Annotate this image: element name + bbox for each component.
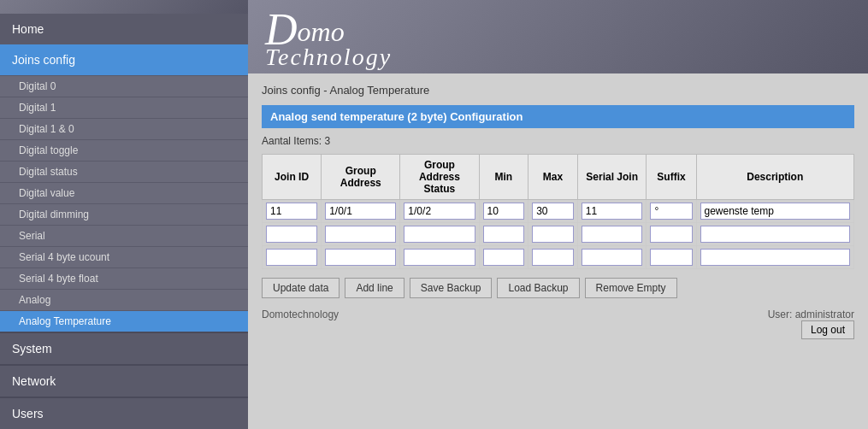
row-2-min-input[interactable] [483, 249, 525, 266]
sidebar-item-joins-config[interactable]: Joins config [0, 44, 248, 75]
sidebar-item-home[interactable]: Home [0, 14, 248, 44]
table-row [263, 223, 854, 246]
col-header-group-address-status: Group Address Status [400, 155, 479, 200]
button-row: Update data Add line Save Backup Load Ba… [262, 278, 854, 298]
remove-empty-button[interactable]: Remove Empty [585, 278, 677, 298]
load-backup-button[interactable]: Load Backup [497, 278, 579, 298]
update-data-button[interactable]: Update data [262, 278, 340, 298]
row-2-join_id-input[interactable] [266, 249, 317, 266]
sidebar-item-digital0[interactable]: Digital 0 [0, 75, 248, 97]
table-row [263, 200, 854, 223]
col-header-suffix: Suffix [647, 155, 696, 200]
user-section: User: administrator Log out [768, 309, 854, 339]
logo-d: D [265, 5, 298, 54]
sidebar-item-users[interactable]: Users [0, 397, 248, 429]
row-0-max-input[interactable] [532, 203, 574, 220]
row-0-description-input[interactable] [700, 203, 851, 220]
logo-omo: omo [298, 16, 345, 47]
sidebar-item-system[interactable]: System [0, 332, 248, 364]
sidebar-item-digital10[interactable]: Digital 1 & 0 [0, 118, 248, 139]
row-2-group_address-input[interactable] [325, 249, 396, 266]
col-header-group-address: Group Address [322, 155, 400, 200]
sidebar-item-serial-4byte-ucount[interactable]: Serial 4 byte ucount [0, 246, 248, 267]
sidebar-item-serial[interactable]: Serial [0, 225, 248, 246]
row-2-max-input[interactable] [532, 249, 574, 266]
sidebar-item-digital-dimming[interactable]: Digital dimming [0, 203, 248, 225]
content-area: Joins config - Analog Temperature Analog… [248, 73, 868, 429]
col-header-serial-join: Serial Join [577, 155, 647, 200]
row-2-serial_join-input[interactable] [582, 249, 643, 266]
sidebar: Home Joins config Digital 0 Digital 1 Di… [0, 0, 248, 429]
item-count-label: Aantal Items: [262, 135, 322, 147]
row-1-join_id-input[interactable] [266, 226, 317, 243]
sidebar-item-analog-temperature[interactable]: Analog Temperature [0, 310, 248, 332]
sidebar-item-analog[interactable]: Analog [0, 289, 248, 310]
row-0-serial_join-input[interactable] [582, 203, 643, 220]
row-2-description-input[interactable] [700, 249, 851, 266]
sidebar-item-serial-4byte-float[interactable]: Serial 4 byte float [0, 267, 248, 289]
row-0-group_address_status-input[interactable] [404, 203, 475, 220]
sidebar-item-digital-toggle[interactable]: Digital toggle [0, 139, 248, 161]
footer: Domotechnology User: administrator Log o… [262, 309, 854, 339]
row-1-group_address_status-input[interactable] [404, 226, 475, 243]
item-count: Aantal Items: 3 [262, 135, 854, 147]
breadcrumb: Joins config - Analog Temperature [262, 82, 854, 98]
config-table: Join ID Group Address Group Address Stat… [262, 154, 854, 269]
row-1-group_address-input[interactable] [325, 226, 396, 243]
company-name: Domotechnology [262, 309, 339, 320]
sidebar-item-digital-status[interactable]: Digital status [0, 161, 248, 182]
row-0-suffix-input[interactable] [650, 203, 692, 220]
main-content: Domo Technology Joins config - Analog Te… [248, 0, 868, 429]
header-banner: Domo Technology [248, 0, 868, 73]
table-row [263, 246, 854, 269]
row-1-suffix-input[interactable] [650, 226, 692, 243]
row-0-min-input[interactable] [483, 203, 525, 220]
row-1-description-input[interactable] [700, 226, 851, 243]
row-1-serial_join-input[interactable] [582, 226, 643, 243]
section-title: Analog send temperature (2 byte) Configu… [262, 105, 854, 128]
sidebar-logo-area [0, 0, 248, 14]
user-label: User: administrator [768, 309, 854, 320]
sidebar-item-digital-value[interactable]: Digital value [0, 182, 248, 203]
logout-button[interactable]: Log out [801, 320, 854, 339]
item-count-value: 3 [324, 135, 330, 147]
row-0-join_id-input[interactable] [266, 203, 317, 220]
col-header-min: Min [479, 155, 528, 200]
sidebar-item-digital1[interactable]: Digital 1 [0, 97, 248, 118]
logo: Domo Technology [265, 4, 392, 69]
row-1-max-input[interactable] [532, 226, 574, 243]
row-1-min-input[interactable] [483, 226, 525, 243]
row-0-group_address-input[interactable] [325, 203, 396, 220]
add-line-button[interactable]: Add line [345, 278, 404, 298]
row-2-suffix-input[interactable] [650, 249, 692, 266]
sidebar-item-network[interactable]: Network [0, 364, 248, 397]
col-header-join-id: Join ID [263, 155, 322, 200]
row-2-group_address_status-input[interactable] [404, 249, 475, 266]
save-backup-button[interactable]: Save Backup [410, 278, 493, 298]
col-header-max: Max [528, 155, 578, 200]
col-header-description: Description [696, 155, 854, 200]
